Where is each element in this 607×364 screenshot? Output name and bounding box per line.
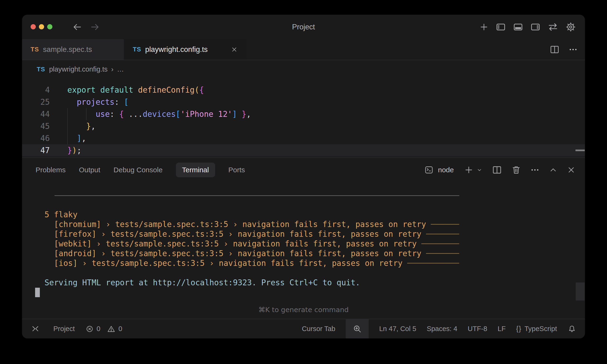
terminal-scrollbar-thumb[interactable] <box>576 283 585 300</box>
breadcrumb-file[interactable]: playwright.config.ts <box>49 65 108 73</box>
terminal-hint: ⌘K to generate command <box>22 300 585 319</box>
remote-indicator-icon[interactable] <box>31 324 40 334</box>
error-circle-icon <box>86 325 94 333</box>
terminal-result-line: [firefox] › tests/sample.spec.ts:3:5 › n… <box>35 229 459 239</box>
code-text: projects: [ <box>67 96 129 108</box>
close-panel-icon[interactable] <box>567 165 576 174</box>
terminal-result-line: [ios] › tests/sample.spec.ts:3:5 › navig… <box>35 258 459 268</box>
terminal-cursor-line <box>35 288 459 298</box>
tab-sample-spec[interactable]: TS sample.spec.ts <box>22 39 124 60</box>
tab-playwright-config[interactable]: TS playwright.config.ts <box>124 39 247 60</box>
new-terminal-icon[interactable] <box>464 165 474 175</box>
warning-triangle-icon <box>107 325 116 333</box>
code-line[interactable]: 44 use: { ...devices['iPhone 12'] }, <box>22 108 585 120</box>
terminal-session-label: node <box>438 166 454 174</box>
terminal-result-line: [webkit] › tests/sample.spec.ts:3:5 › na… <box>35 239 459 248</box>
new-file-icon[interactable] <box>479 22 489 32</box>
line-number: 47 <box>22 144 50 156</box>
terminal-session-item[interactable]: node <box>424 165 454 175</box>
code-line[interactable]: 45 }, <box>22 120 585 132</box>
indent-guide <box>67 108 68 144</box>
terminal-lines: 5 flaky [chromium] › tests/sample.spec.t… <box>35 210 459 298</box>
code-lines: 4export default defineConfig({25 project… <box>22 84 585 156</box>
terminal-prompt-icon <box>424 165 434 175</box>
terminal-dropdown-chevron-icon[interactable] <box>476 167 483 173</box>
panel-header: Problems Output Debug Console Terminal P… <box>22 158 585 182</box>
eol-status[interactable]: LF <box>498 325 506 333</box>
panel-tab-problems[interactable]: Problems <box>36 166 66 174</box>
panel-tab-ports[interactable]: Ports <box>228 166 245 174</box>
breadcrumb: TS playwright.config.ts › … <box>22 60 585 78</box>
title-bar: Project <box>22 15 585 39</box>
terminal-result-line: [android] › tests/sample.spec.ts:3:5 › n… <box>35 248 459 258</box>
code-line[interactable]: 46 ], <box>22 132 585 144</box>
terminal-serving-line: Serving HTML report at http://localhost:… <box>35 278 459 287</box>
status-bar: Project 0 0 Cursor Tab <box>22 319 585 338</box>
panel-tab-terminal[interactable]: Terminal <box>176 163 215 177</box>
breadcrumb-separator: › <box>111 65 114 73</box>
breadcrumb-more[interactable]: … <box>117 65 124 73</box>
toggle-sidebar-left-icon[interactable] <box>495 22 506 32</box>
code-line[interactable]: 47}); <box>22 144 585 156</box>
tab-label: playwright.config.ts <box>145 45 208 54</box>
cursor-tab-status[interactable]: Cursor Tab <box>302 325 335 333</box>
sync-arrows-icon[interactable] <box>547 21 559 33</box>
code-line[interactable]: 25 projects: [ <box>22 96 585 108</box>
line-number: 4 <box>22 84 50 96</box>
terminal-result-line: [chromium] › tests/sample.spec.ts:3:5 › … <box>35 220 459 229</box>
tab-label: sample.spec.ts <box>43 45 92 54</box>
cursor-position-status[interactable]: Ln 47, Col 5 <box>379 325 416 333</box>
editor-window: Project <box>22 15 585 338</box>
panel-tab-output[interactable]: Output <box>79 166 100 174</box>
hint-text: ⌘K to generate command <box>258 306 349 314</box>
zoom-tile[interactable] <box>346 319 369 338</box>
maximize-panel-chevron-icon[interactable] <box>549 165 558 174</box>
code-line[interactable]: 4export default defineConfig({ <box>22 84 585 96</box>
indent-guide <box>86 108 87 120</box>
notifications-bell-icon[interactable] <box>567 325 576 333</box>
typescript-file-icon: TS <box>133 46 141 53</box>
terminal-output[interactable]: 5 flaky [chromium] › tests/sample.spec.t… <box>22 182 585 300</box>
split-terminal-icon[interactable] <box>492 165 502 175</box>
code-text: export default defineConfig({ <box>67 84 204 96</box>
terminal-blank-line <box>35 268 459 278</box>
warnings-status[interactable]: 0 <box>107 325 122 333</box>
toggle-sidebar-right-icon[interactable] <box>530 22 541 32</box>
panel-more-actions-icon[interactable] <box>530 165 540 175</box>
terminal-command-separator <box>54 195 459 196</box>
code-editor[interactable]: 4export default defineConfig({25 project… <box>22 78 585 157</box>
workspace-name[interactable]: Project <box>53 325 75 333</box>
terminal-summary-line: 5 flaky <box>35 210 459 220</box>
tab-bar: TS sample.spec.ts TS playwright.config.t… <box>22 39 585 60</box>
panel-tab-debug-console[interactable]: Debug Console <box>114 166 163 174</box>
zoom-in-magnifier-icon <box>352 324 362 334</box>
line-number: 45 <box>22 120 50 132</box>
toggle-panel-bottom-icon[interactable] <box>513 22 524 32</box>
typescript-file-icon: TS <box>31 46 39 53</box>
code-text: }); <box>67 144 81 156</box>
braces-icon: {} <box>516 325 522 333</box>
code-text: use: { ...devices['iPhone 12'] }, <box>67 108 251 120</box>
code-text: }, <box>67 120 95 132</box>
typescript-file-icon: TS <box>37 66 45 73</box>
gear-icon[interactable] <box>565 21 576 33</box>
indentation-status[interactable]: Spaces: 4 <box>427 325 457 333</box>
language-mode-status[interactable]: {} TypeScript <box>516 325 557 333</box>
overview-ruler-current-line-marker <box>575 150 585 151</box>
more-actions-icon[interactable] <box>568 45 578 54</box>
line-number: 46 <box>22 132 50 144</box>
split-editor-icon[interactable] <box>549 44 560 55</box>
encoding-status[interactable]: UTF-8 <box>468 325 487 333</box>
code-text: ], <box>67 132 86 144</box>
line-number: 25 <box>22 96 50 108</box>
terminal-block-cursor <box>35 288 40 297</box>
line-number: 44 <box>22 108 50 120</box>
errors-status[interactable]: 0 <box>86 325 100 333</box>
kill-terminal-trash-icon[interactable] <box>511 165 521 175</box>
close-tab-icon[interactable] <box>230 46 238 53</box>
